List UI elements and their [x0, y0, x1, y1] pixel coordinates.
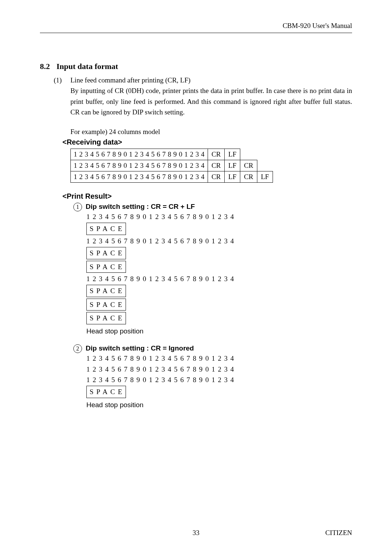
space-box: SPACE [86, 299, 126, 311]
recv-cell: LF [225, 149, 240, 160]
circle-number-icon: 2 [73, 344, 82, 353]
case-1-heading: 1 Dip switch setting : CR = CR + LF [73, 203, 352, 211]
print-line: 1 2 3 4 5 6 7 8 9 0 1 2 3 4 5 6 7 8 9 0 … [86, 374, 352, 385]
recv-seq: 1 2 3 4 5 6 7 8 9 0 1 2 3 4 5 6 7 8 9 0 … [71, 160, 208, 171]
recv-cell: LF [225, 171, 240, 182]
recv-cell: LF [225, 160, 240, 171]
receiving-data-table: 1 2 3 4 5 6 7 8 9 0 1 2 3 4 5 6 7 8 9 0 … [70, 149, 273, 183]
item-1-title: Line feed command after printing (CR, LF… [70, 75, 191, 85]
print-line: 1 2 3 4 5 6 7 8 9 0 1 2 3 4 5 6 7 8 9 0 … [86, 236, 352, 246]
table-row: 1 2 3 4 5 6 7 8 9 0 1 2 3 4 5 6 7 8 9 0 … [71, 171, 273, 182]
space-box: SPACE [86, 312, 126, 324]
recv-cell: CR [240, 160, 257, 171]
case-2-label: Dip switch setting : CR = Ignored [86, 344, 194, 352]
example-caption: For example) 24 columns model [70, 128, 352, 136]
space-box: SPACE [86, 285, 126, 297]
print-line: 1 2 3 4 5 6 7 8 9 0 1 2 3 4 5 6 7 8 9 0 … [86, 274, 352, 284]
print-result-heading: <Print Result> [62, 192, 352, 200]
table-row: 1 2 3 4 5 6 7 8 9 0 1 2 3 4 5 6 7 8 9 0 … [71, 160, 273, 171]
head-stop-position: Head stop position [86, 400, 352, 410]
space-box: SPACE [86, 223, 126, 235]
receiving-data-heading: <Receiving data> [62, 138, 352, 146]
recv-seq: 1 2 3 4 5 6 7 8 9 0 1 2 3 4 5 6 7 8 9 0 … [71, 149, 208, 160]
space-box: SPACE [86, 386, 126, 398]
section-heading: 8.2 Input data format [40, 62, 352, 71]
head-stop-position: Head stop position [86, 326, 352, 336]
recv-cell: LF [257, 171, 273, 182]
case-1-block: 1 2 3 4 5 6 7 8 9 0 1 2 3 4 5 6 7 8 9 0 … [86, 211, 352, 336]
item-1-number: (1) [54, 75, 65, 85]
recv-cell: CR [208, 149, 224, 160]
print-line: 1 2 3 4 5 6 7 8 9 0 1 2 3 4 5 6 7 8 9 0 … [86, 211, 352, 222]
item-1-body: By inputting of CR (0DH) code, printer p… [70, 85, 352, 117]
item-1-row: (1) Line feed command after printing (CR… [54, 75, 352, 85]
case-2-block: 1 2 3 4 5 6 7 8 9 0 1 2 3 4 5 6 7 8 9 0 … [86, 353, 352, 410]
recv-cell: CR [240, 171, 257, 182]
case-2-heading: 2 Dip switch setting : CR = Ignored [73, 344, 352, 353]
circle-number-icon: 1 [73, 203, 82, 211]
print-line: 1 2 3 4 5 6 7 8 9 0 1 2 3 4 5 6 7 8 9 0 … [86, 353, 352, 364]
recv-cell: CR [208, 160, 224, 171]
brand-name: CITIZEN [325, 529, 352, 537]
table-row: 1 2 3 4 5 6 7 8 9 0 1 2 3 4 5 6 7 8 9 0 … [71, 149, 273, 160]
section-title: Input data format [57, 62, 118, 71]
print-line: 1 2 3 4 5 6 7 8 9 0 1 2 3 4 5 6 7 8 9 0 … [86, 364, 352, 374]
space-box: SPACE [86, 261, 126, 273]
header-rule [40, 33, 352, 33]
space-box: SPACE [86, 247, 126, 259]
case-1-label: Dip switch setting : CR = CR + LF [86, 203, 195, 211]
section-number: 8.2 [40, 62, 50, 71]
manual-title: CBM-920 User's Manual [283, 22, 352, 30]
recv-seq: 1 2 3 4 5 6 7 8 9 0 1 2 3 4 5 6 7 8 9 0 … [71, 171, 208, 182]
recv-cell: CR [208, 171, 224, 182]
